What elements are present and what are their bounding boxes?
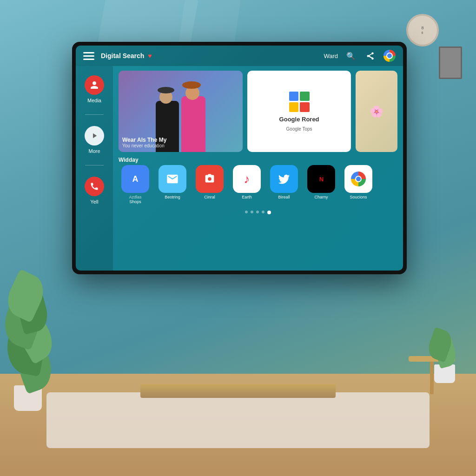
sidebar-item-media[interactable]: Media xyxy=(85,75,104,103)
chrome-icon[interactable] xyxy=(383,50,396,62)
music-label: Earth xyxy=(242,195,252,199)
featured-row: Wear Als The My You never education xyxy=(119,71,397,152)
side-photo-inner: 🌸 xyxy=(356,71,397,152)
tv-screen: Digital Search ♥ Ward 🔍 xyxy=(76,46,403,271)
google-store-card[interactable]: Google Rored Google Tops xyxy=(247,71,351,152)
app-item-solutions[interactable]: Soucions xyxy=(342,165,375,204)
camera-label: Cinral xyxy=(204,195,215,199)
left-sidebar: Media More xyxy=(76,66,113,271)
music-icon: ♪ xyxy=(233,165,261,193)
content-area: Wear Als The My You never education xyxy=(113,66,403,271)
show-title: Wear Als The My xyxy=(122,137,166,143)
app-item-shops[interactable]: A Azdlas Shops xyxy=(119,165,152,204)
top-bar: Digital Search ♥ Ward 🔍 xyxy=(76,46,403,66)
solutions-label: Soucions xyxy=(350,195,367,199)
app-title: Digital Search ♥ xyxy=(101,52,324,60)
apps-section-label: Widday xyxy=(119,157,397,163)
app-item-mail[interactable]: Beotring xyxy=(156,165,189,204)
main-content: Media More xyxy=(76,66,403,271)
mail-icon xyxy=(159,165,186,193)
sidebar-item-more[interactable]: More xyxy=(85,126,104,154)
app-item-netflix[interactable]: N Charny xyxy=(304,165,338,204)
rug xyxy=(46,392,430,448)
wall-picture-frame xyxy=(439,46,462,79)
app-item-music[interactable]: ♪ Earth xyxy=(230,165,264,204)
apps-section: Widday A Azdlas Shops xyxy=(119,157,397,204)
share-icon[interactable] xyxy=(364,49,377,62)
wall-clock: 86 xyxy=(406,14,439,46)
heart-icon: ♥ xyxy=(148,52,152,60)
plant-left xyxy=(0,262,70,411)
shops-label: Azdlas Shops xyxy=(129,195,141,204)
dot-2 xyxy=(251,211,253,213)
more-label: More xyxy=(88,148,100,154)
netflix-label: Charny xyxy=(314,195,328,199)
app-item-twitter[interactable]: Bireall xyxy=(267,165,301,204)
show-subtitle: You never education xyxy=(122,143,166,148)
netflix-icon: N xyxy=(307,165,335,193)
sidebar-divider-1 xyxy=(85,114,104,115)
app-item-camera[interactable]: Cinral xyxy=(193,165,226,204)
room-background: 86 🌸 xyxy=(0,0,476,476)
twitter-icon xyxy=(270,165,298,193)
camera-icon xyxy=(196,165,224,193)
apps-row: A Azdlas Shops xyxy=(119,165,397,204)
google-card-subtitle: Google Tops xyxy=(286,126,312,132)
menu-icon[interactable] xyxy=(83,52,94,60)
sidebar-divider-2 xyxy=(85,165,104,165)
dot-3 xyxy=(256,211,259,213)
yell-icon xyxy=(85,177,104,196)
user-label: Ward xyxy=(324,53,338,60)
page-dots xyxy=(119,211,397,214)
store-logo-icon xyxy=(289,92,310,112)
shops-icon: A xyxy=(121,165,149,193)
twitter-label: Bireall xyxy=(278,195,290,199)
side-photo-card: 🌸 xyxy=(356,71,397,152)
featured-text-overlay: Wear Als The My You never education xyxy=(122,137,166,148)
search-icon[interactable]: 🔍 xyxy=(344,49,357,62)
sidebar-item-yell[interactable]: Yell xyxy=(85,177,104,205)
dot-4 xyxy=(262,211,264,213)
solutions-icon xyxy=(344,165,372,193)
top-right-controls: Ward 🔍 xyxy=(324,49,396,62)
plant-right xyxy=(425,290,471,383)
more-icon xyxy=(85,126,104,145)
tv-stand xyxy=(140,384,336,398)
tv-body: Digital Search ♥ Ward 🔍 xyxy=(72,42,407,274)
google-card-title: Google Rored xyxy=(279,116,319,123)
media-icon xyxy=(85,75,104,95)
media-label: Media xyxy=(87,98,101,103)
mail-label: Beotring xyxy=(165,195,180,199)
dot-1 xyxy=(245,211,248,213)
title-text: Digital Search xyxy=(101,52,144,60)
featured-show-card[interactable]: Wear Als The My You never education xyxy=(119,71,243,152)
dot-5-active xyxy=(267,211,271,214)
yell-label: Yell xyxy=(90,199,98,205)
